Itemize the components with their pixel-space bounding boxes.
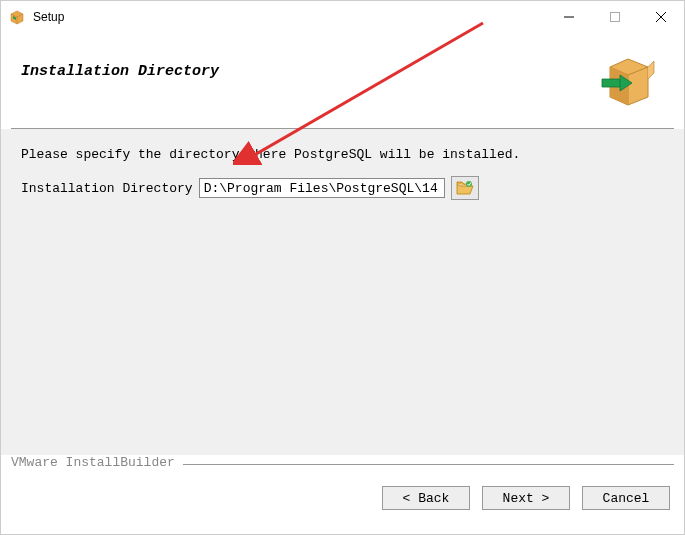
- content-area: Please specify the directory where Postg…: [1, 129, 684, 455]
- directory-label: Installation Directory: [21, 181, 193, 196]
- close-button[interactable]: [638, 1, 684, 33]
- folder-open-icon: [456, 180, 474, 196]
- page-header: Installation Directory: [1, 33, 684, 124]
- footer-brand: VMware InstallBuilder: [11, 455, 183, 470]
- browse-button[interactable]: [451, 176, 479, 200]
- footer-divider: [183, 464, 674, 465]
- window-controls: [546, 1, 684, 33]
- title-bar: Setup: [1, 1, 684, 33]
- directory-input[interactable]: [199, 178, 445, 198]
- footer-brand-row: VMware InstallBuilder: [1, 455, 684, 470]
- directory-row: Installation Directory: [21, 176, 664, 200]
- instruction-text: Please specify the directory where Postg…: [21, 147, 664, 162]
- svg-rect-1: [611, 13, 620, 22]
- minimize-button[interactable]: [546, 1, 592, 33]
- cancel-button[interactable]: Cancel: [582, 486, 670, 510]
- page-heading: Installation Directory: [21, 63, 219, 80]
- back-button[interactable]: < Back: [382, 486, 470, 510]
- window-title: Setup: [33, 10, 546, 24]
- maximize-button: [592, 1, 638, 33]
- next-button[interactable]: Next >: [482, 486, 570, 510]
- app-icon: [9, 9, 25, 25]
- footer-buttons: < Back Next > Cancel: [1, 470, 684, 510]
- installer-box-icon: [598, 53, 658, 108]
